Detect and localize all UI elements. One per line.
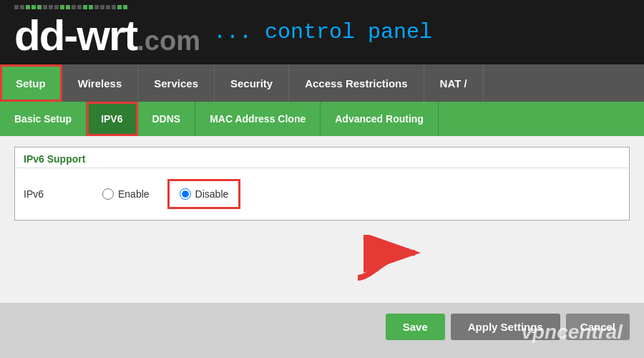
apply-settings-button[interactable]: Apply Settings [451, 314, 560, 340]
arrow-container [14, 228, 630, 292]
ipv6-label: IPv6 [24, 188, 81, 200]
tab-ddns[interactable]: DDNS [138, 102, 196, 136]
control-panel-text: ... control panel [213, 20, 432, 44]
ipv6-field-row: IPv6 Enable Disable [24, 183, 620, 205]
section-content: IPv6 Enable Disable [15, 168, 629, 220]
tab-advanced-routing[interactable]: Advanced Routing [321, 102, 439, 136]
radio-enable-label: Enable [118, 188, 150, 200]
ipv6-support-section: IPv6 Support IPv6 Enable Disable [14, 147, 630, 221]
logo-text: dd-wrt [14, 11, 137, 60]
tab-setup[interactable]: Setup [0, 64, 62, 102]
nav-primary: Setup Wireless Services Security Access … [0, 64, 644, 102]
radio-disable-option[interactable]: Disable [171, 183, 238, 205]
tab-access-restrictions[interactable]: Access Restrictions [289, 64, 424, 102]
tab-basic-setup[interactable]: Basic Setup [0, 102, 87, 136]
tab-wireless[interactable]: Wireless [62, 64, 139, 102]
tab-services[interactable]: Services [138, 64, 215, 102]
logo: dd-wrt .com [14, 5, 200, 60]
nav-secondary: Basic Setup IPV6 DDNS MAC Address Clone … [0, 102, 644, 136]
radio-enable-input[interactable] [102, 188, 114, 200]
footer: Save Apply Settings Cancel [0, 303, 644, 351]
section-title: IPv6 Support [15, 147, 629, 168]
ipv6-radio-group: Enable Disable [102, 183, 237, 205]
tab-nat[interactable]: NAT / [424, 64, 484, 102]
tab-ipv6[interactable]: IPV6 [87, 102, 137, 136]
tab-security[interactable]: Security [215, 64, 289, 102]
cancel-button[interactable]: Cancel [566, 314, 630, 340]
logo-com: .com [137, 26, 200, 57]
content-area: IPv6 Support IPv6 Enable Disable [0, 136, 644, 303]
arrow-icon [351, 235, 436, 292]
radio-enable-option[interactable]: Enable [102, 188, 150, 200]
save-button[interactable]: Save [386, 314, 445, 340]
radio-disable-input[interactable] [180, 188, 191, 200]
radio-disable-label: Disable [195, 188, 229, 200]
tab-mac-address-clone[interactable]: MAC Address Clone [195, 102, 321, 136]
header: dd-wrt .com ... control panel [0, 0, 644, 64]
